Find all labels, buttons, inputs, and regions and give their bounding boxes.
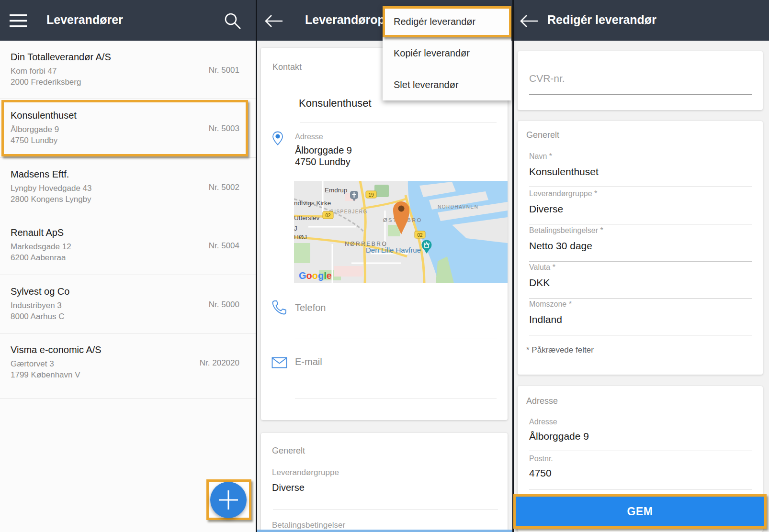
- phone-label[interactable]: Telefon: [295, 302, 326, 313]
- supplier-address1: Kom forbi 47: [11, 66, 57, 76]
- group-value: Diverse: [272, 482, 305, 493]
- supplier-name: Din Totalleverandør A/S: [11, 52, 111, 63]
- field-label: Valuta *: [529, 263, 555, 272]
- address-section-label: Adresse: [526, 396, 558, 406]
- supplier-address1: Ålborggade 9: [11, 125, 59, 134]
- highlight-frame-save-button: GEM: [513, 494, 767, 529]
- field-underline: [529, 335, 752, 335]
- map-label-poi: Den Lille Havfrue: [366, 246, 421, 254]
- supplier-name: Visma e-conomic A/S: [11, 344, 102, 355]
- row-divider: [0, 399, 256, 399]
- plus-icon: [210, 482, 247, 518]
- field-value-momszone[interactable]: Indland: [529, 314, 562, 325]
- supplier-address2: 2000 Frederiksberg: [11, 78, 81, 87]
- svg-text:19: 19: [368, 192, 374, 198]
- field-value-adresse[interactable]: Ålborggade 9: [529, 431, 589, 442]
- supplier-row-selected[interactable]: Konsulenthuset Ålborggade 9 4750 Lundby …: [0, 99, 256, 157]
- field-underline: [295, 399, 497, 399]
- supplier-number: Nr. 5003: [209, 124, 239, 133]
- supplier-address2: 2800 Kongens Lyngby: [11, 195, 91, 204]
- panel-supplier-list: Leverandører Din Totalleverandør A/S Kom…: [0, 0, 256, 532]
- field-label: Momszone *: [529, 300, 572, 309]
- supplier-address1: Lyngby Hovedgade 43: [11, 184, 92, 193]
- cvr-underline: [529, 94, 752, 95]
- location-pin-icon: [272, 131, 283, 145]
- menu-item-copy-supplier[interactable]: Kopiér leverandør: [383, 37, 511, 69]
- email-icon: [271, 357, 287, 368]
- supplier-row[interactable]: Din Totalleverandør A/S Kom forbi 47 200…: [0, 41, 256, 99]
- group-label: Leverandørgruppe: [272, 468, 339, 477]
- field-value-betalingsbetingelser[interactable]: Netto 30 dage: [529, 240, 592, 252]
- route-badge: 02: [323, 211, 333, 219]
- map-label: HØJ: [294, 233, 307, 241]
- menu-item-edit-supplier[interactable]: Redigér leverandør: [383, 6, 511, 37]
- field-underline: [273, 509, 498, 510]
- map-label: BISPEBJERG: [330, 209, 368, 214]
- supplier-number: Nr. 5000: [209, 300, 239, 310]
- required-fields-note: * Påkrævede felter: [526, 345, 594, 355]
- contact-supplier-name: Konsulenthuset: [299, 97, 372, 110]
- back-icon[interactable]: [264, 14, 283, 28]
- supplier-name: Madsens Eftf.: [11, 169, 69, 180]
- hamburger-menu-icon[interactable]: [10, 14, 27, 28]
- route-badge: 19: [366, 191, 376, 198]
- field-label: Postnr.: [529, 454, 553, 463]
- back-icon[interactable]: [520, 14, 539, 28]
- supplier-name: Sylvest og Co: [11, 286, 69, 297]
- bottom-partial-element: [257, 530, 512, 532]
- field-value-valuta[interactable]: DKK: [529, 277, 550, 288]
- screen-divider: [256, 0, 257, 532]
- field-label: Leverandørgruppe *: [529, 189, 597, 198]
- app-screens: Leverandører Din Totalleverandør A/S Kom…: [0, 0, 769, 532]
- field-underline: [529, 298, 752, 299]
- supplier-name: Konsulenthuset: [11, 110, 77, 121]
- screen-divider: [512, 0, 514, 532]
- supplier-row[interactable]: Renault ApS Markedsgade 12 6200 Aabenraa…: [0, 216, 256, 275]
- map-label: Utterslev: [294, 214, 320, 222]
- menu-item-delete-supplier[interactable]: Slet leverandør: [383, 69, 511, 100]
- map-label: Emdrup: [325, 187, 347, 194]
- list-header: Leverandører: [0, 0, 256, 41]
- supplier-address1: Markedsgade 12: [11, 242, 71, 252]
- field-label: Adresse: [529, 418, 557, 426]
- field-underline: [529, 187, 752, 187]
- add-supplier-button[interactable]: [210, 482, 247, 518]
- phone-icon: [271, 299, 287, 316]
- address-line1: Ålborggade 9: [295, 145, 352, 156]
- edit-header: Redigér leverandør: [514, 0, 769, 41]
- route-badge: 02: [415, 231, 425, 238]
- terms-label: Betalingsbetingelser: [272, 521, 345, 530]
- panel-edit-supplier: Redigér leverandør CVR-nr. Generelt Navn…: [514, 0, 769, 532]
- page-title: Leverandørop: [305, 13, 383, 27]
- supplier-row[interactable]: Madsens Eftf. Lyngby Hovedgade 43 2800 K…: [0, 158, 256, 216]
- supplier-row[interactable]: Visma e-conomic A/S Gærtorvet 3 1799 Køb…: [0, 333, 256, 399]
- map-label: NORDHAVNEN: [438, 204, 478, 210]
- supplier-address1: Industribyen 3: [11, 301, 62, 310]
- field-value-postnr[interactable]: 4750: [529, 467, 552, 479]
- field-underline: [529, 261, 752, 262]
- supplier-row[interactable]: Sylvest og Co Industribyen 3 8000 Aarhus…: [0, 275, 256, 333]
- supplier-name: Renault ApS: [11, 227, 64, 238]
- map-label: J: [294, 225, 297, 232]
- map[interactable]: Emdrup ndtvigs Kirke BISPEBJERG Uttersle…: [294, 181, 508, 283]
- field-value-leverandorgruppe[interactable]: Diverse: [529, 203, 563, 215]
- search-icon[interactable]: [223, 11, 242, 31]
- supplier-number: Nr. 5001: [209, 66, 239, 75]
- save-button[interactable]: GEM: [516, 497, 764, 526]
- address-label: Adresse: [295, 133, 323, 141]
- general-section-label: Generelt: [272, 446, 305, 456]
- field-value-navn[interactable]: Konsulenthuset: [529, 166, 599, 177]
- supplier-address1: Gærtorvet 3: [11, 359, 54, 369]
- supplier-address2: 4750 Lundby: [11, 136, 57, 145]
- field-label: Navn *: [529, 152, 552, 161]
- map-label: ndtvigs Kirke: [294, 200, 331, 207]
- supplier-number: Nr. 202020: [200, 358, 239, 368]
- svg-text:02: 02: [325, 213, 331, 218]
- email-label[interactable]: E-mail: [295, 356, 322, 367]
- supplier-address2: 6200 Aabenraa: [11, 253, 66, 263]
- address-line2: 4750 Lundby: [295, 156, 351, 167]
- supplier-number: Nr. 5004: [209, 241, 239, 251]
- supplier-number: Nr. 5002: [209, 183, 239, 192]
- cvr-input[interactable]: CVR-nr.: [529, 73, 565, 84]
- field-underline: [529, 489, 752, 489]
